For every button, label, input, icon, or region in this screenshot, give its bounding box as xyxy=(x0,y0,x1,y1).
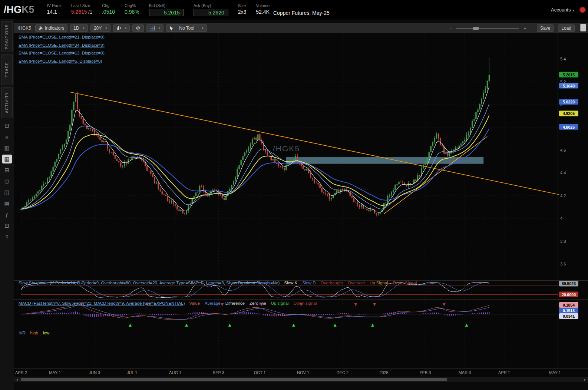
legend-item: Up Signal xyxy=(370,281,388,285)
header-field-last-size: Last / Size5.2615 /1 xyxy=(71,3,92,15)
symbol-root: /HG xyxy=(4,4,22,15)
chart-style-icon xyxy=(116,26,121,30)
time-axis[interactable]: APR 2MAY 1JUN 3JUL 1AUG 1SEP 3OCT 1NOV 1… xyxy=(15,370,561,375)
timeframe-value: 1D xyxy=(73,26,79,31)
tool-label: No Tool xyxy=(179,26,194,31)
axis-price-label: 5.0220 xyxy=(559,99,578,105)
chart-canvas[interactable]: /HGK55.45.254.84.64.44.243.83.6APR 2MAY … xyxy=(14,33,588,377)
macd-value-label: 0.1513 xyxy=(559,308,578,313)
chart-settings-button[interactable] xyxy=(132,24,144,32)
legend-item: Value xyxy=(189,301,200,305)
svg-text:JUL 1: JUL 1 xyxy=(127,370,137,375)
ema-study-label[interactable]: EMA (Price=CLOSE, Length=13, Displace=0) xyxy=(19,51,105,59)
svg-text:4.2: 4.2 xyxy=(560,194,566,198)
legend-item: Overbought xyxy=(321,281,343,285)
svg-text:AUG 1: AUG 1 xyxy=(169,370,181,375)
chevron-down-icon: ▾ xyxy=(572,9,574,12)
chevron-down-icon: ▾ xyxy=(83,26,85,30)
sidebar-tab-activity[interactable]: ACTIVITY xyxy=(1,87,13,118)
toolbar-symbol-label: /HGK5 xyxy=(18,26,31,31)
charts-icon[interactable]: ▦ xyxy=(2,155,12,163)
alert-indicator-icon[interactable] xyxy=(579,7,586,13)
stochastic-legend: Slow KSlow DOverboughtOversoldUp SignalD… xyxy=(284,281,417,285)
header-field-chg-pct: Chg%0.98% xyxy=(125,3,139,15)
svg-text:FEB 3: FEB 3 xyxy=(420,370,431,375)
zoom-out-button[interactable]: - xyxy=(450,26,452,31)
scrollbar-track[interactable] xyxy=(20,377,582,382)
right-panel-toggle-icon[interactable] xyxy=(580,24,586,32)
ema-5-line xyxy=(21,87,489,212)
svg-text:4.6: 4.6 xyxy=(560,148,566,152)
header-field-iv-rank: IV Rank14.1 xyxy=(47,3,62,15)
zoom-slider[interactable] xyxy=(456,28,519,29)
ema-study-label[interactable]: EMA (Price=CLOSE, Length=5, Displace=0) xyxy=(19,59,105,67)
stochastic-study-label[interactable]: Slow Stochastic (K Period=14, D Period=9… xyxy=(19,281,280,285)
chart-watermark: /HGK5 xyxy=(273,144,300,153)
axis-price-label: 5.2615 xyxy=(559,72,578,77)
svg-text:MAR 3: MAR 3 xyxy=(459,370,471,375)
zoom-in-button[interactable]: + xyxy=(523,26,526,31)
scroll-right-icon[interactable]: ▸ xyxy=(582,378,588,381)
svg-text:APR 1: APR 1 xyxy=(498,370,510,375)
ema-study-label[interactable]: EMA (Price=CLOSE, Length=21, Displace=0) xyxy=(19,35,105,43)
history-icon[interactable]: ◷ xyxy=(2,177,12,186)
ema-study-label[interactable]: EMA (Price=CLOSE, Length=34, Displace=0) xyxy=(19,43,105,51)
ivr-study-label[interactable]: IVR xyxy=(19,331,26,335)
legend-item: Slow K xyxy=(284,281,297,285)
macd-value-label: 0.0341 xyxy=(559,313,578,319)
scrollbar-thumb[interactable] xyxy=(21,378,447,381)
load-button[interactable]: Load xyxy=(558,24,575,32)
header-field-ask[interactable]: Ask (Buy)5.2620 xyxy=(194,3,228,16)
accounts-menu[interactable]: Accounts▾ xyxy=(551,7,574,13)
svg-text:5.1640: 5.1640 xyxy=(563,84,575,88)
macd-legend: ValueAverageDifferenceZero lineUp signal… xyxy=(189,301,317,305)
header-field-volume: Volume52.4K xyxy=(256,3,270,15)
svg-text:OCT 1: OCT 1 xyxy=(254,370,266,375)
community-icon[interactable]: ◫ xyxy=(2,188,12,197)
macd-study-label[interactable]: MACD (Fast length=8, Slow length=21, MAC… xyxy=(19,301,185,305)
header-field-bid[interactable]: Bid (Sell)5.2615 xyxy=(149,3,184,16)
svg-text:MAY 1: MAY 1 xyxy=(49,370,61,375)
tv-icon[interactable]: ⊟ xyxy=(2,221,12,230)
range-dropdown[interactable]: 20Y▾ xyxy=(90,24,110,32)
symbol-contract: K5 xyxy=(22,4,34,15)
scroll-left-icon[interactable]: ◂ xyxy=(14,378,20,381)
chart-horizontal-scrollbar[interactable]: ◂ ▸ xyxy=(14,377,588,382)
svg-text:4.8025: 4.8025 xyxy=(563,125,575,129)
legend-item: low xyxy=(43,331,49,335)
macd-lines xyxy=(21,303,489,320)
sidebar-tab-positions[interactable]: POSITIONS xyxy=(1,21,13,52)
calendar-icon[interactable]: ▤ xyxy=(2,199,12,208)
grid-layout-dropdown[interactable]: ▾ xyxy=(146,24,163,32)
svg-text:JUN 3: JUN 3 xyxy=(89,370,100,375)
axis-price-label: 5.1640 xyxy=(559,83,578,89)
zoom-slider-thumb[interactable] xyxy=(473,27,479,30)
fx-icon[interactable]: ƒ xyxy=(2,210,12,219)
trendline-2[interactable] xyxy=(384,136,488,214)
svg-text:MAY 1: MAY 1 xyxy=(549,370,561,375)
svg-text:APR 2: APR 2 xyxy=(15,370,27,375)
chevron-down-icon: ▾ xyxy=(105,26,107,30)
legend-item: high xyxy=(30,331,38,335)
scan-icon[interactable]: ⊞ xyxy=(2,166,12,175)
legend-item: Difference xyxy=(225,301,245,305)
monitor-icon[interactable]: ⊡ xyxy=(2,121,12,130)
ivr-legend: highlow xyxy=(30,331,50,335)
indicators-button[interactable]: Indicators xyxy=(35,24,67,32)
chart-style-dropdown[interactable]: ▾ xyxy=(113,24,130,32)
watchlist-icon[interactable]: ≡ xyxy=(2,132,12,141)
header-right: Accounts▾ xyxy=(551,7,588,13)
sidebar-tab-trade[interactable]: TRADE xyxy=(1,54,13,85)
analyze-icon[interactable]: ▥ xyxy=(2,143,12,152)
ema-study-labels: EMA (Price=CLOSE, Length=21, Displace=0)… xyxy=(19,35,105,67)
axis-price-label: 4.8025 xyxy=(559,124,578,130)
ema-34-line xyxy=(21,129,489,209)
contract-description: Copper Futures, May-25 xyxy=(273,4,330,16)
timeframe-dropdown[interactable]: 1D▾ xyxy=(70,24,88,32)
help-icon[interactable]: ? xyxy=(2,232,12,241)
drawing-tool-dropdown[interactable]: No Tool ▾ xyxy=(166,24,207,32)
legend-item: Zero line xyxy=(250,301,266,305)
svg-text:0.1854: 0.1854 xyxy=(563,303,575,307)
save-button[interactable]: Save xyxy=(537,24,554,32)
header-fields: IV Rank14.1Last / Size5.2615 /1Chg.0510C… xyxy=(47,3,270,16)
